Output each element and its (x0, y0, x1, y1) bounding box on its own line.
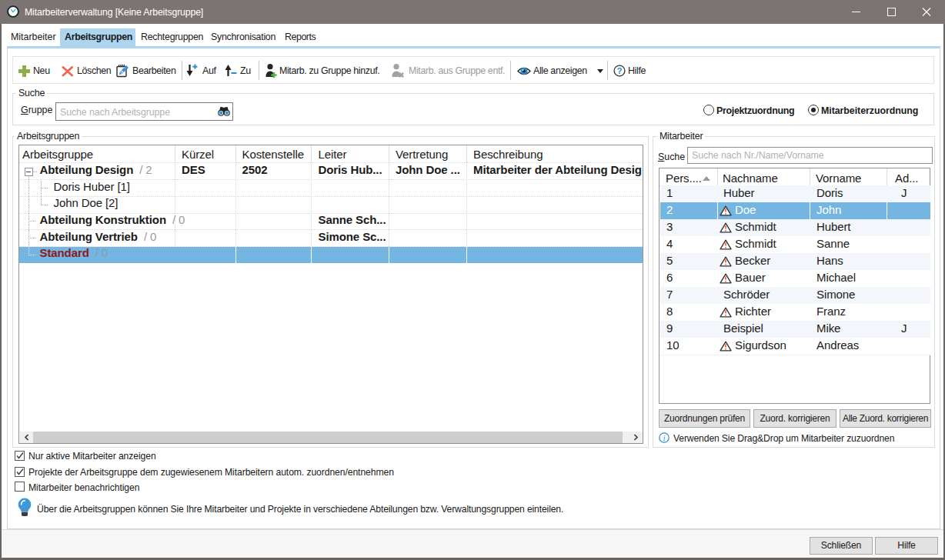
svg-text:i: i (663, 435, 666, 442)
svg-text:?: ? (616, 66, 622, 75)
